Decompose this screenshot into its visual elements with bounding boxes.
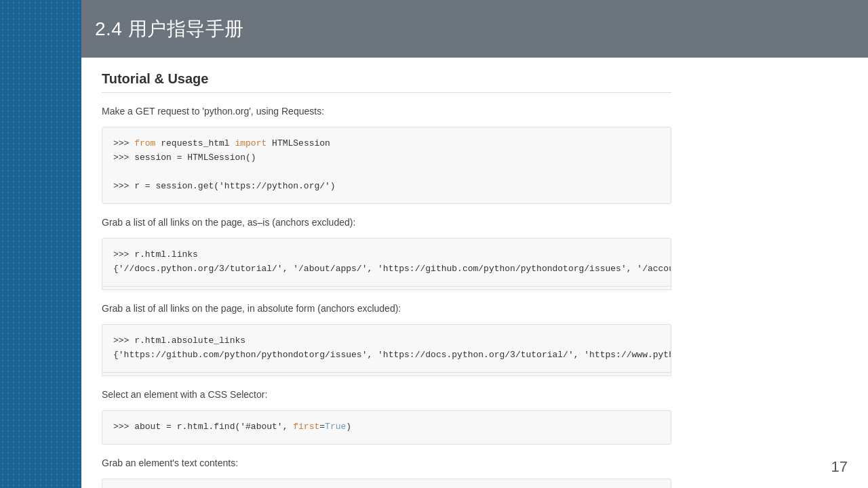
- code-block-5: >>> print(about.text) About Applications…: [102, 479, 671, 488]
- desc-2: Grab a list of all links on the page, as…: [102, 215, 671, 230]
- code-line: >>> r.html.links: [113, 248, 660, 262]
- code-block-3: >>> r.html.absolute_links {'https://gith…: [102, 324, 671, 373]
- desc-3: Grab a list of all links on the page, in…: [102, 301, 671, 316]
- content-area: Tutorial & Usage Make a GET request to '…: [81, 58, 868, 488]
- code-block-2: >>> r.html.links {'//docs.python.org/3/t…: [102, 238, 671, 287]
- code-line: >>> r = session.get('https://python.org/…: [113, 180, 660, 194]
- code-block-4: >>> about = r.html.find('#about', first=…: [102, 410, 671, 445]
- desc-5: Grab an element's text contents:: [102, 455, 671, 470]
- page-number: 17: [831, 458, 848, 476]
- desc-4: Select an element with a CSS Selector:: [102, 387, 671, 402]
- page-title: 2.4 用户指导手册: [95, 16, 244, 42]
- code-line: >>> session = HTMLSession(): [113, 151, 660, 165]
- code-line: [113, 165, 660, 180]
- sidebar-dots-decoration: [0, 0, 81, 488]
- code-line: >>> about = r.html.find('#about', first=…: [113, 420, 660, 434]
- sidebar: [0, 0, 81, 488]
- code-block-1: >>> from requests_html import HTMLSessio…: [102, 127, 671, 203]
- content-inner: Tutorial & Usage Make a GET request to '…: [81, 58, 692, 488]
- desc-1: Make a GET request to 'python.org', usin…: [102, 104, 671, 119]
- code-line: >>> from requests_html import HTMLSessio…: [113, 137, 660, 151]
- code-line: >>> r.html.absolute_links: [113, 334, 660, 348]
- code-line: {'https://github.com/python/pythondotorg…: [113, 348, 660, 363]
- code-line: {'//docs.python.org/3/tutorial/', '/abou…: [113, 262, 660, 277]
- section-title: Tutorial & Usage: [102, 71, 671, 93]
- page-header: 2.4 用户指导手册: [81, 0, 868, 58]
